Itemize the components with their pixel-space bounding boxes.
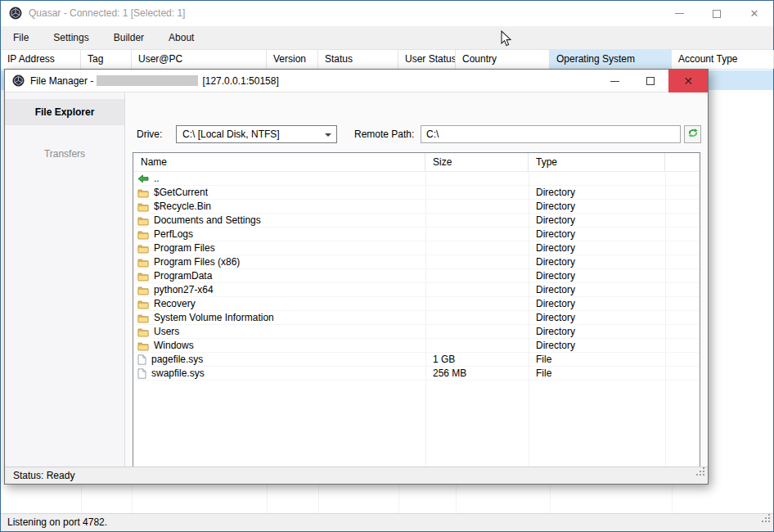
folder-icon [137,300,149,309]
file-manager-window: File Manager - [127.0.0.1:50158] ✕ File … [4,69,709,485]
file-name-cell: Program Files (x86) [133,255,425,269]
refresh-button[interactable] [684,125,701,143]
up-directory-arrow-icon [137,174,149,183]
file-column-header-blank[interactable] [665,153,700,171]
file-name-text: Program Files [154,241,215,255]
file-row-program-files[interactable]: Program FilesDirectory [133,241,700,255]
file-type-cell: Directory [529,241,664,255]
file-name-text: ProgramData [154,269,212,283]
column-header-user-status[interactable]: User Status [398,50,456,69]
file-row-users[interactable]: UsersDirectory [133,325,700,339]
file-type-cell: File [529,353,664,367]
maximize-button[interactable] [698,1,736,26]
folder-icon [137,286,149,295]
file-name-cell: Recovery [133,297,425,311]
column-header-version[interactable]: Version [267,50,318,69]
file-type-cell: Directory [529,214,664,228]
file-name-cell: $Recycle.Bin [133,200,425,214]
menu-item-builder[interactable]: Builder [101,26,156,49]
file-name-text: Users [154,325,179,339]
main-statusbar: Listening on port 4782. [1,513,773,531]
file-row-swapfile-sys[interactable]: swapfile.sys256 MBFile [133,367,700,381]
close-icon: ✕ [750,7,759,20]
file-name-text: python27-x64 [154,283,214,297]
folder-icon [137,202,149,212]
folder-icon [137,258,149,268]
folder-icon [137,244,149,254]
file-name-cell: swapfile.sys [133,367,425,381]
menu-item-about[interactable]: About [156,26,206,49]
file-type-cell: Directory [529,339,664,353]
fm-toolbar: Drive: C:\ [Local Disk, NTFS] Remote Pat… [126,92,708,148]
file-name-cell: Windows [133,339,425,353]
tab-transfers[interactable]: Transfers [5,145,124,163]
column-header-ip-address[interactable]: IP Address [1,50,81,69]
file-name-text: .. [154,172,160,186]
file-name-cell: python27-x64 [133,283,425,297]
file-name-text: $Recycle.Bin [154,200,211,214]
file-row-program-files-x86[interactable]: Program Files (x86)Directory [133,255,700,269]
file-size-cell: 1 GB [425,353,528,367]
folder-icon [137,341,149,351]
quasar-logo-icon [12,74,25,87]
column-header-operating-system[interactable]: Operating System [550,50,672,69]
file-type-cell: Directory [529,325,664,339]
fm-maximize-button[interactable] [632,70,668,92]
column-header-status[interactable]: Status [318,50,398,69]
fm-close-button[interactable]: ✕ [668,70,708,92]
minimize-button[interactable] [660,1,698,26]
column-header-user-pc[interactable]: User@PC [132,50,267,69]
column-header-tag[interactable]: Tag [81,50,132,69]
fm-titlebar[interactable]: File Manager - [127.0.0.1:50158] ✕ [5,70,708,92]
file-column-header-name[interactable]: Name [133,153,425,171]
file-row-perflogs[interactable]: PerfLogsDirectory [133,228,700,241]
file-name-cell: $GetCurrent [133,186,425,200]
resize-grip[interactable] [761,512,772,530]
file-name-text: Recovery [154,297,196,311]
file-name-text: Program Files (x86) [154,255,240,269]
close-button[interactable]: ✕ [736,1,773,26]
fm-statusbar: Status: Ready [5,467,708,484]
remote-path-input[interactable] [421,125,681,143]
file-name-text: Windows [154,339,194,353]
fm-status-text: Status: Ready [13,470,74,481]
redacted-client-name [97,75,198,86]
file-row-recovery[interactable]: RecoveryDirectory [133,297,700,311]
client-list-header: IP AddressTagUser@PCVersionStatusUser St… [1,50,773,70]
menu-item-file[interactable]: File [1,26,41,49]
folder-icon [137,216,149,226]
refresh-icon [687,128,699,141]
file-column-header-size[interactable]: Size [425,153,529,171]
file-name-cell: pagefile.sys [133,353,425,367]
tab-file-explorer[interactable]: File Explorer [5,99,124,125]
file-row-python27-x64[interactable]: python27-x64Directory [133,283,700,297]
fm-sidebar: File ExplorerTransfers [5,92,125,467]
file-row-pagefile-sys[interactable]: pagefile.sys1 GBFile [133,353,700,367]
screen: { "main_window": { "title": "Quasar - Co… [0,0,774,532]
menu-item-settings[interactable]: Settings [41,26,101,49]
file-row-system-volume-information[interactable]: System Volume InformationDirectory [133,311,700,325]
fm-minimize-button[interactable] [596,70,632,92]
main-titlebar[interactable]: Quasar - Connected: 1 [Selected: 1] ✕ [1,1,773,26]
column-header-account-type[interactable]: Account Type [672,50,774,69]
file-name-cell: .. [133,172,425,186]
file-list-rows: ..$GetCurrentDirectory$Recycle.BinDirect… [133,172,700,482]
drive-label: Drive: [137,125,162,143]
fm-resize-grip[interactable] [695,466,706,482]
file-row-blank[interactable]: .. [133,172,700,186]
file-name-cell: Users [133,325,425,339]
file-row-getcurrent[interactable]: $GetCurrentDirectory [133,186,700,200]
file-column-header-type[interactable]: Type [529,153,665,171]
file-row-windows[interactable]: WindowsDirectory [133,339,700,353]
column-header-country[interactable]: Country [456,50,550,69]
file-name-cell: Documents and Settings [133,214,425,228]
fm-content: Drive: C:\ [Local Disk, NTFS] Remote Pat… [126,92,708,467]
file-row-recycle-bin[interactable]: $Recycle.BinDirectory [133,200,700,214]
file-name-cell: System Volume Information [133,311,425,325]
file-list-header: NameSizeType [133,153,700,172]
file-row-documents-and-settings[interactable]: Documents and SettingsDirectory [133,214,700,228]
file-list: NameSizeType ..$GetCurrentDirectory$Recy… [133,152,700,483]
file-row-programdata[interactable]: ProgramDataDirectory [133,269,700,283]
drive-dropdown[interactable]: C:\ [Local Disk, NTFS] [176,125,337,143]
file-type-cell: Directory [529,228,664,241]
